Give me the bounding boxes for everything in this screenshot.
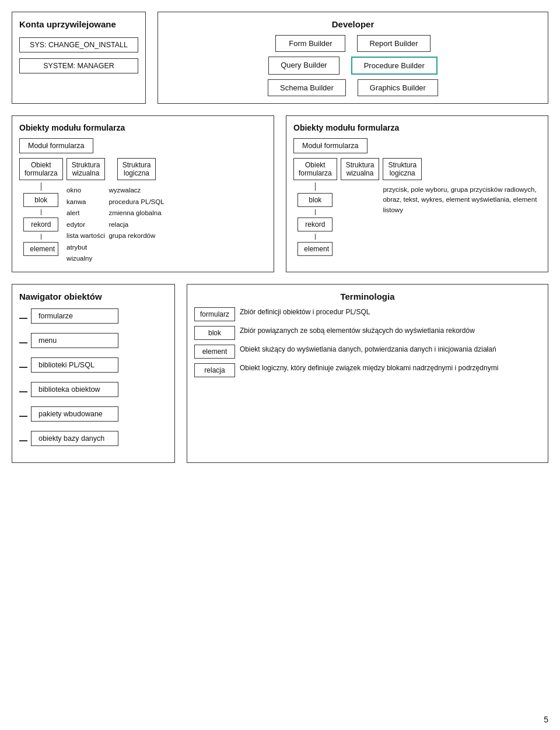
col2-item-2: alert (66, 208, 105, 219)
col3-item-2: zmienna globalna (108, 208, 164, 219)
dev-row2: Query Builder Procedure Builder (165, 57, 541, 75)
terminologia-box: Terminologia formularz Zbiór definicji o… (187, 284, 548, 463)
vline-r3 (315, 234, 316, 240)
obiekty-box-right: Obiekty modułu formularza Moduł formular… (286, 115, 548, 272)
nav-item-4: pakiety wbudowane (31, 406, 118, 422)
term-label-1: blok (194, 326, 235, 340)
term-desc-3: Obiekt logiczny, który definiuje związek… (240, 363, 541, 373)
nav-item-2: biblioteki PL/SQL (31, 357, 118, 373)
vline-r1 (315, 182, 316, 191)
schema-builder: Schema Builder (268, 79, 346, 96)
col2-items: okno kanwa alert edytor lista wartości a… (66, 182, 105, 265)
obiekty-box-left: Obiekty modułu formularza Moduł formular… (12, 115, 274, 272)
vline1 (41, 182, 42, 191)
top-section: Konta uprzywilejowane SYS: CHANGE_ON_INS… (12, 12, 548, 104)
obiekt-formularza-left: Obiektformularza (19, 158, 63, 180)
middle-section: Obiekty modułu formularza Moduł formular… (12, 115, 548, 272)
term-row-0: formularz Zbiór definicji obiektów i pro… (194, 307, 541, 321)
term-rows: formularz Zbiór definicji obiektów i pro… (194, 307, 541, 377)
konta-item-2: SYSTEM: MANAGER (19, 58, 138, 73)
modul-box-right: Moduł formularza (293, 138, 368, 153)
nav-items-list: formularze menu biblioteki PL/SQL biblio… (19, 308, 167, 451)
terminologia-title: Terminologia (194, 292, 541, 301)
nawigator-box: Nawigator obiektów formularze menu bibli… (12, 284, 175, 463)
dev-row3: Schema Builder Graphics Builder (165, 79, 541, 96)
form-builder: Form Builder (275, 35, 345, 52)
modul-box-left: Moduł formularza (19, 138, 93, 153)
nawigator-title: Nawigator obiektów (19, 292, 167, 301)
term-label-3: relacja (194, 363, 235, 377)
col3-item-1: procedura PL/SQL (108, 196, 164, 208)
col3-items: wyzwalacz procedura PL/SQL zmienna globa… (108, 182, 164, 242)
konta-box: Konta uprzywilejowane SYS: CHANGE_ON_INS… (12, 12, 146, 104)
nav-item-5: obiekty bazy danych (31, 431, 118, 446)
bottom-section: Nawigator obiektów formularze menu bibli… (12, 284, 548, 463)
term-row-1: blok Zbiór powiązanych ze sobą elementów… (194, 326, 541, 340)
nav-item-3: biblioteka obiektow (31, 382, 118, 397)
page-number: 5 (544, 715, 548, 724)
col2-item-6: wizualny (66, 253, 105, 265)
konta-item-1: SYS: CHANGE_ON_INSTALL (19, 37, 138, 52)
col2-item-0: okno (66, 185, 105, 196)
blok-right: blok (298, 193, 332, 207)
term-desc-0: Zbiór definicji obiektów i procedur PL/S… (240, 307, 541, 317)
graphics-builder: Graphics Builder (358, 79, 438, 96)
query-builder: Query Builder (268, 57, 339, 75)
nav-item-1: menu (31, 333, 118, 348)
developer-title: Developer (165, 19, 541, 29)
col3-item-4: grupa rekordów (108, 230, 164, 242)
obiekty-title-right: Obiekty modułu formularza (293, 123, 541, 132)
right-desc: przycisk, pole wyboru, grupa przycisków … (383, 182, 541, 215)
col2-item-4: lista wartości (66, 230, 105, 242)
term-row-3: relacja Obiekt logiczny, który definiuje… (194, 363, 541, 377)
page: Konta uprzywilejowane SYS: CHANGE_ON_INS… (0, 0, 560, 730)
procedure-builder: Procedure Builder (351, 57, 438, 75)
struktura-logiczna-right: Strukturalogiczna (383, 158, 422, 180)
col2-item-5: atrybut (66, 242, 105, 254)
element-right: element (298, 242, 332, 256)
col2-item-1: kanwa (66, 196, 105, 208)
blok-left: blok (23, 193, 58, 207)
element-left: element (23, 242, 58, 256)
rekord-left: rekord (23, 217, 58, 231)
term-desc-1: Zbiór powiązanych ze sobą elementów służ… (240, 326, 541, 336)
dev-row1: Form Builder Report Builder (165, 35, 541, 52)
col2-item-3: edytor (66, 219, 105, 231)
struktura-wizualna-left: Strukturawizualna (66, 158, 106, 180)
term-label-2: element (194, 345, 235, 359)
struktura-logiczna-left: Strukturalogiczna (117, 158, 156, 180)
vline2 (41, 209, 42, 215)
col3-item-3: relacja (108, 219, 164, 231)
vline-r2 (315, 209, 316, 215)
developer-box: Developer Form Builder Report Builder Qu… (158, 12, 548, 104)
term-label-0: formularz (194, 307, 235, 321)
konta-title: Konta uprzywilejowane (19, 19, 138, 29)
vline3 (41, 234, 42, 240)
obiekt-formularza-right: Obiektformularza (293, 158, 337, 180)
nav-item-0: formularze (31, 308, 118, 324)
rekord-right: rekord (298, 217, 332, 231)
report-builder: Report Builder (357, 35, 430, 52)
col3-item-0: wyzwalacz (108, 185, 164, 196)
term-desc-2: Obiekt służący do wyświetlania danych, p… (240, 345, 541, 355)
obiekty-title-left: Obiekty modułu formularza (19, 123, 267, 132)
struktura-wizualna-right: Strukturawizualna (341, 158, 380, 180)
term-row-2: element Obiekt służący do wyświetlania d… (194, 345, 541, 359)
